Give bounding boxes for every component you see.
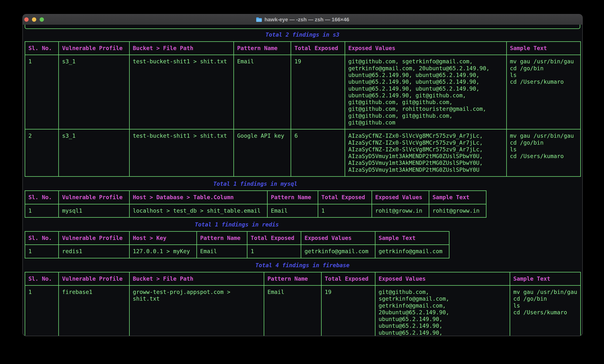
cell-sl_no: 1 — [25, 55, 59, 129]
findings-table-mysql: Sl. No.Vulnerable ProfileHost > Database… — [25, 190, 486, 218]
cell-vulnerable_profile: s3_1 — [59, 129, 129, 176]
section-title-s3: Total 2 findings in s3 — [25, 31, 580, 38]
column-header: Exposed Values — [345, 42, 506, 55]
cell-sl_no: 1 — [25, 245, 59, 258]
table-row: 1s3_1test-bucket-shit1 > shit.txtEmail19… — [25, 55, 581, 129]
cell-path: localhost > test_db > shit_table.email — [129, 204, 267, 217]
table-row: 1redis1127.0.0.1 > myKeyEmail1getrkinfo@… — [25, 245, 449, 258]
column-header: Sl. No. — [25, 42, 59, 55]
column-header: Vulnerable Profile — [59, 232, 129, 245]
cell-pattern_name: Email — [197, 245, 247, 258]
table-row: 1firebase1groww-test-proj.appspot.com > … — [25, 286, 581, 336]
column-header: Exposed Values — [372, 191, 429, 204]
cell-path: 127.0.0.1 > myKey — [129, 245, 197, 258]
cell-path: test-bucket-shit1 > shit.txt — [129, 129, 234, 176]
column-header: Sl. No. — [25, 191, 59, 204]
cell-sample_text: rohit@groww.in — [429, 204, 486, 217]
cell-sample_text: mv gau /usr/bin/gau cd /go/bin ls cd /Us… — [506, 129, 580, 176]
previous-panel-bottom-border — [25, 25, 580, 29]
cell-total_exposed: 19 — [291, 55, 345, 129]
cell-exposed_values: getrkinfo@gmail.com — [301, 245, 375, 258]
column-header: Vulnerable Profile — [59, 272, 129, 285]
column-header: Vulnerable Profile — [59, 42, 129, 55]
column-header: Host > Database > Table.Column — [129, 191, 267, 204]
column-header: Exposed Values — [301, 232, 375, 245]
table-header-row: Sl. No.Vulnerable ProfileBucket > File P… — [25, 272, 581, 285]
cell-pattern_name: Email — [264, 286, 321, 336]
cell-sample_text: mv gau /usr/bin/gau cd /go/bin ls cd /Us… — [510, 286, 580, 336]
column-header: Sample Text — [510, 272, 580, 285]
cell-sl_no: 1 — [25, 286, 59, 336]
minimize-button[interactable] — [32, 17, 36, 22]
column-header: Host > Key — [129, 232, 197, 245]
cell-total_exposed: 19 — [321, 286, 375, 336]
column-header: Sample Text — [429, 191, 486, 204]
cell-vulnerable_profile: mysql1 — [59, 204, 129, 217]
table-row: 1mysql1localhost > test_db > shit_table.… — [25, 204, 486, 217]
section-title-redis: Total 1 findings in redis — [25, 221, 449, 228]
table-row: 2s3_1test-bucket-shit1 > shit.txtGoogle … — [25, 129, 581, 176]
findings-table-redis: Sl. No.Vulnerable ProfileHost > KeyPatte… — [25, 231, 450, 258]
cell-total_exposed: 1 — [247, 245, 301, 258]
column-header: Sample Text — [506, 42, 580, 55]
table-header-row: Sl. No.Vulnerable ProfileBucket > File P… — [25, 42, 581, 55]
cell-exposed_values: git@github.com, sgetrkinfo@gmail.com, ge… — [375, 286, 510, 336]
window-titlebar[interactable]: hawk-eye — -zsh — zsh — 166×46 — [23, 14, 582, 25]
cell-path: test-bucket-shit1 > shit.txt — [129, 55, 234, 129]
findings-table-firebase: Sl. No.Vulnerable ProfileBucket > File P… — [25, 272, 581, 336]
cell-exposed_values: AIzaSyCfNZ-IZx0-SlVcVg8MCr575zv9_Ar7jLc,… — [345, 129, 506, 176]
window-title: hawk-eye — -zsh — zsh — 166×46 — [264, 17, 349, 23]
column-header: Sl. No. — [25, 232, 59, 245]
cell-exposed_values: git@github.com, sgetrkinfo@gmail.com, ge… — [345, 55, 506, 129]
column-header: Bucket > File Path — [129, 272, 264, 285]
terminal-content[interactable]: Total 2 findings in s3Sl. No.Vulnerable … — [23, 25, 582, 336]
column-header: Sample Text — [375, 232, 449, 245]
cell-pattern_name: Email — [234, 55, 291, 129]
section-title-mysql: Total 1 findings in mysql — [25, 180, 486, 188]
close-button[interactable] — [24, 17, 29, 22]
cell-path: groww-test-proj.appspot.com > shit.txt — [129, 286, 264, 336]
cell-vulnerable_profile: redis1 — [59, 245, 129, 258]
column-header: Total Exposed — [321, 272, 375, 285]
terminal-window: hawk-eye — -zsh — zsh — 166×46 Total 2 f… — [22, 14, 583, 336]
findings-table-s3: Sl. No.Vulnerable ProfileBucket > File P… — [25, 41, 581, 177]
column-header: Sl. No. — [25, 272, 59, 285]
column-header: Total Exposed — [247, 232, 301, 245]
table-header-row: Sl. No.Vulnerable ProfileHost > KeyPatte… — [25, 232, 449, 245]
table-header-row: Sl. No.Vulnerable ProfileHost > Database… — [25, 191, 486, 204]
column-header: Total Exposed — [318, 191, 372, 204]
folder-icon — [256, 17, 262, 22]
cell-pattern_name: Google API key — [234, 129, 291, 176]
column-header: Pattern Name — [264, 272, 321, 285]
cell-total_exposed: 1 — [318, 204, 372, 217]
column-header: Exposed Values — [375, 272, 510, 285]
cell-sl_no: 2 — [25, 129, 59, 176]
zoom-button[interactable] — [40, 17, 44, 22]
cell-pattern_name: Email — [267, 204, 318, 217]
cell-sl_no: 1 — [25, 204, 59, 217]
column-header: Bucket > File Path — [129, 42, 234, 55]
column-header: Total Exposed — [291, 42, 345, 55]
cell-sample_text: getrkinfo@gmail.com — [375, 245, 449, 258]
column-header: Pattern Name — [197, 232, 247, 245]
cell-vulnerable_profile: firebase1 — [59, 286, 129, 336]
section-title-firebase: Total 4 findings in firebase — [25, 262, 580, 269]
cell-exposed_values: rohit@groww.in — [372, 204, 429, 217]
cell-total_exposed: 6 — [291, 129, 345, 176]
cell-vulnerable_profile: s3_1 — [59, 55, 129, 129]
cell-sample_text: mv gau /usr/bin/gau cd /go/bin ls cd /Us… — [506, 55, 580, 129]
traffic-lights — [24, 14, 44, 25]
column-header: Vulnerable Profile — [59, 191, 129, 204]
column-header: Pattern Name — [267, 191, 318, 204]
column-header: Pattern Name — [234, 42, 291, 55]
